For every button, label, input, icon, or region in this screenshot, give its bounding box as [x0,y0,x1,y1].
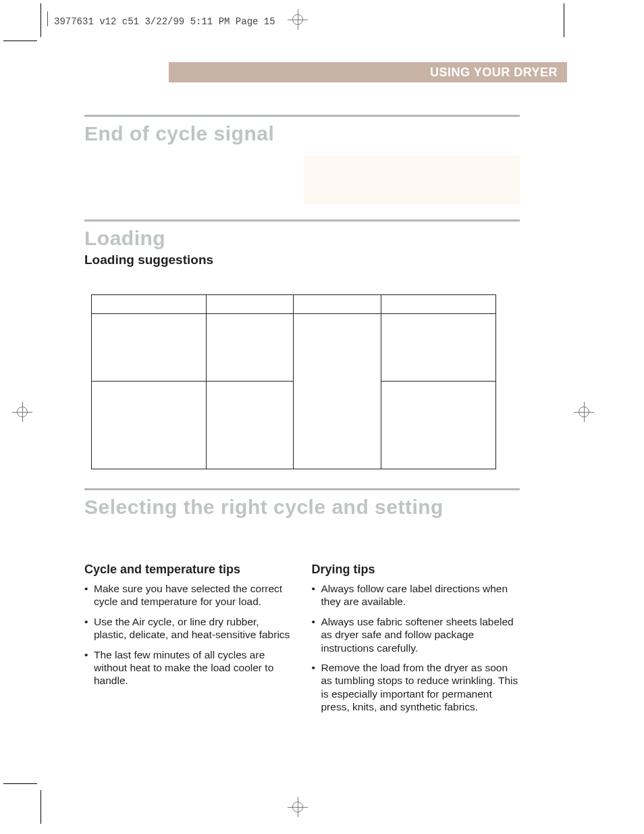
table-cell [294,314,381,469]
tip-item: Make sure you have selected the correct … [84,582,293,608]
table-header-cell [381,295,496,314]
cycle-tips-column: Cycle and temperature tips Make sure you… [84,563,293,720]
table-cell [92,382,207,469]
table-header-cell [206,295,294,314]
tips-heading: Drying tips [312,563,520,577]
loading-table [84,294,520,469]
section-selecting-cycle: Selecting the right cycle and setting Cy… [84,488,520,720]
registration-mark-icon [288,9,308,30]
section-heading: End of cycle signal [84,122,520,145]
table-cell [381,314,496,382]
tip-item: The last few minutes of all cycles are w… [84,648,293,687]
section-end-of-cycle: End of cycle signal [84,115,520,145]
section-heading: Loading [84,227,520,250]
table-cell [381,382,496,469]
drying-tips-column: Drying tips Always follow care label dir… [312,563,520,720]
section-rule [84,219,520,221]
crop-mark [564,3,564,37]
tip-item: Always follow care label directions when… [312,582,520,608]
crop-mark [41,3,41,37]
tip-item: Remove the load from the dryer as soon a… [312,661,520,714]
table-cell [206,314,294,382]
registration-mark-icon [574,402,594,422]
placeholder-box [304,155,520,204]
table-cell [92,314,207,382]
table-header-cell [92,295,207,314]
crop-mark [3,783,37,784]
registration-mark-icon [12,402,32,422]
section-header-bar: USING YOUR DRYER [169,62,567,82]
sub-heading: Loading suggestions [84,253,520,267]
registration-mark-icon [288,797,308,817]
section-rule [84,488,520,490]
table-cell [206,382,294,469]
section-rule [84,115,520,117]
slug-rule [47,11,48,26]
tip-item: Use the Air cycle, or line dry rubber, p… [84,615,293,642]
table-header-cell [294,295,381,314]
crop-mark [41,790,41,824]
section-header-text: USING YOUR DRYER [430,66,558,80]
section-loading: Loading Loading suggestions [84,219,520,469]
crop-mark [3,41,37,41]
print-slug: 3977631 v12 c51 3/22/99 5:11 PM Page 15 [54,16,275,27]
tip-item: Always use fabric softener sheets labele… [312,615,520,654]
section-heading: Selecting the right cycle and setting [84,496,520,519]
tips-heading: Cycle and temperature tips [84,563,293,577]
